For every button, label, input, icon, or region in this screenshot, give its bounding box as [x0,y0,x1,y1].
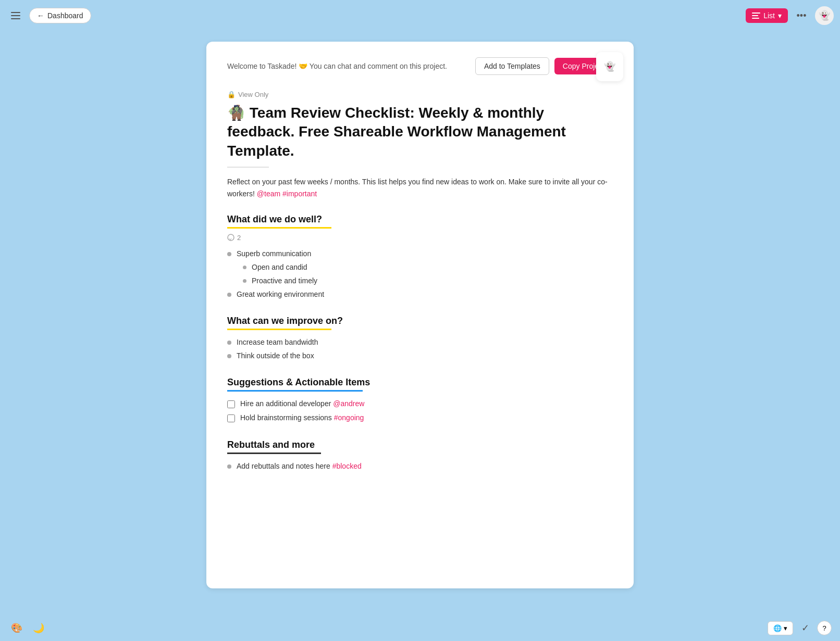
add-to-templates-button[interactable]: Add to Templates [475,57,549,75]
svg-rect-4 [752,15,758,16]
moon-button[interactable]: 🌙 [30,620,47,636]
section4-underline [227,453,321,454]
tag-blocked: #blocked [332,462,362,470]
welcome-banner: Welcome to Taskade! 🤝 You can chat and c… [227,57,613,75]
globe-icon: 🌐 [773,624,782,632]
task-item: Superb communication [227,247,613,260]
view-only-badge: 🔒 View Only [227,91,613,98]
user-avatar-button[interactable]: 👻 [815,6,834,25]
title-divider [227,167,269,168]
nav-right: List ▾ ••• 👻 [746,6,834,25]
bullet-icon [227,293,231,297]
task-text: Increase team bandwidth [237,338,318,346]
svg-rect-0 [11,12,20,13]
bullet-icon [243,279,246,283]
project-description: Reflect on your past few weeks / months.… [227,176,613,199]
lock-icon: 🔒 [227,91,236,98]
section3-underline [227,390,363,392]
checkbox-item: Hold brainstorming sessions #ongoing [227,411,613,425]
side-avatar-emoji: 👻 [604,61,615,72]
tag-ongoing: #ongoing [334,413,364,422]
task-text: Great working environment [237,290,324,298]
task-item: Increase team bandwidth [227,335,613,349]
list-dropdown-icon: ▾ [778,11,782,20]
comment-icon [227,234,234,241]
checkbox-text-2: Hold brainstorming sessions #ongoing [240,413,364,422]
main-area: Welcome to Taskade! 🤝 You can chat and c… [0,31,840,599]
checkbox-item: Hire an additional developer @andrew [227,397,613,411]
section1-comment-count: 2 [227,234,613,242]
task-text: Add rebuttals and notes here #blocked [237,462,362,470]
check-icon: ✓ [801,623,809,633]
tag-andrew: @andrew [333,399,364,408]
svg-rect-1 [11,15,20,16]
task-item: Add rebuttals and notes here #blocked [227,459,613,473]
task-item: Great working environment [227,287,613,301]
dashboard-label: Dashboard [47,11,83,20]
section3-header: Suggestions & Actionable Items [227,377,613,388]
task-text: Open and candid [252,263,307,271]
globe-dropdown-icon: ▾ [784,624,787,632]
list-label: List [763,11,775,20]
side-panel-avatar-icon[interactable]: 👻 [600,57,619,76]
project-title-icon: 🧌 [227,105,245,121]
task-text: Proactive and timely [252,276,317,285]
paint-button[interactable]: 🎨 [8,620,25,636]
section1-header: What did we do well? [227,214,613,225]
svg-rect-3 [752,12,760,14]
bullet-icon [227,341,231,345]
bullet-icon [243,266,246,269]
bullet-icon [227,464,231,469]
help-button[interactable]: ? [817,621,832,635]
back-arrow-icon: ← [37,11,44,20]
list-view-button[interactable]: List ▾ [746,8,788,23]
section4-task-list: Add rebuttals and notes here #blocked [227,459,613,473]
svg-rect-5 [752,18,759,19]
bullet-icon [227,354,231,358]
comment-count-number: 2 [237,234,241,242]
view-only-label: View Only [238,91,268,98]
task-item: Think outside of the box [227,349,613,362]
section1-underline [227,227,331,229]
task-item: Proactive and timely [227,274,613,287]
task-item: Open and candid [227,260,613,274]
section2-task-list: Increase team bandwidth Think outside of… [227,335,613,362]
welcome-text: Welcome to Taskade! 🤝 You can chat and c… [227,62,465,70]
help-icon: ? [822,624,826,632]
hamburger-button[interactable] [6,6,25,25]
bottom-left-actions: 🎨 🌙 [8,620,47,636]
check-button[interactable]: ✓ [797,620,813,636]
avatar-emoji: 👻 [819,10,830,21]
tag-important: #important [282,190,317,198]
checkbox-input-1[interactable] [227,400,235,408]
content-card: Welcome to Taskade! 🤝 You can chat and c… [206,42,634,588]
section3-checkbox-list: Hire an additional developer @andrew Hol… [227,397,613,425]
more-options-button[interactable]: ••• [792,6,811,25]
side-panel: 👻 [596,52,623,81]
content-wrapper: Welcome to Taskade! 🤝 You can chat and c… [206,42,634,588]
welcome-actions: Add to Templates Copy Project [475,57,613,75]
more-icon: ••• [797,10,807,21]
moon-icon: 🌙 [33,622,44,634]
bottom-bar: 🎨 🌙 🌐 ▾ ✓ ? [0,615,840,641]
checkbox-input-2[interactable] [227,414,235,422]
bottom-right-actions: 🌐 ▾ ✓ ? [768,620,832,636]
project-title-text: Team Review Checklist: Weekly & monthly … [227,105,566,159]
section4-header: Rebuttals and more [227,439,613,450]
project-title: 🧌 Team Review Checklist: Weekly & monthl… [227,104,613,160]
tag-team: @team [257,190,280,198]
task-text: Think outside of the box [237,351,314,360]
dashboard-button[interactable]: ← Dashboard [29,8,91,23]
section1-task-list: Superb communication Open and candid Pro… [227,247,613,301]
svg-rect-2 [11,18,20,19]
nav-left: ← Dashboard [6,6,91,25]
paint-icon: 🎨 [11,622,22,634]
section2-header: What can we improve on? [227,316,613,326]
task-text: Superb communication [237,249,311,258]
section2-underline [227,329,331,330]
checkbox-text-1: Hire an additional developer @andrew [240,399,364,408]
top-nav: ← Dashboard List ▾ ••• 👻 [0,0,840,31]
globe-button[interactable]: 🌐 ▾ [768,621,793,635]
bullet-icon [227,252,231,256]
